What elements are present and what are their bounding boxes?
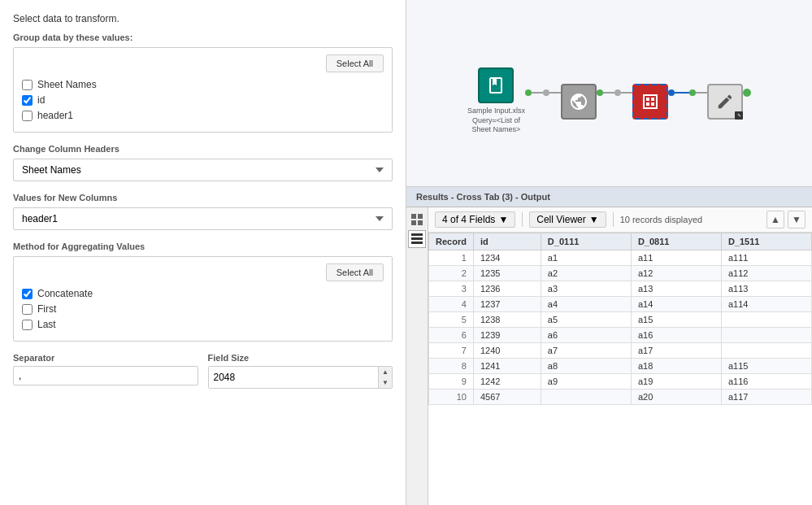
checkbox-id: id bbox=[22, 94, 384, 106]
svg-rect-0 bbox=[411, 214, 416, 219]
table-row: 3 1236 a3 a13 a113 bbox=[429, 281, 812, 297]
method-box: Select All Concatenate First Last bbox=[13, 256, 393, 342]
table-row: 10 4567 a20 a117 bbox=[429, 390, 812, 405]
scroll-up-button[interactable]: ▲ bbox=[766, 211, 784, 229]
cell-d1511: a113 bbox=[721, 281, 811, 297]
connector-1 bbox=[525, 89, 561, 114]
field-size-input[interactable] bbox=[209, 367, 379, 388]
table-row: 5 1238 a5 a15 bbox=[429, 312, 812, 328]
cell-d1511: a116 bbox=[721, 374, 811, 390]
results-table: Record id D_0111 D_0811 D_1511 1 1234 a1… bbox=[428, 233, 812, 405]
checkbox-first: First bbox=[22, 303, 384, 315]
cell-record: 6 bbox=[429, 328, 474, 343]
values-dropdown[interactable]: header1 id Sheet Names bbox=[13, 207, 393, 230]
field-size-field: Field Size ▲ ▼ bbox=[208, 353, 393, 389]
cell-record: 8 bbox=[429, 359, 474, 374]
cell-d0111: a2 bbox=[541, 266, 631, 281]
svg-rect-1 bbox=[418, 214, 423, 219]
checkbox-id-input[interactable] bbox=[22, 95, 33, 106]
cell-d0811: a18 bbox=[631, 359, 721, 374]
results-header: Results - Cross Tab (3) - Output bbox=[406, 187, 812, 207]
fields-button-label: 4 of 4 Fields bbox=[442, 214, 495, 225]
checkbox-last-input[interactable] bbox=[22, 320, 33, 330]
toolbar-separator-1 bbox=[522, 212, 523, 227]
cell-record: 3 bbox=[429, 281, 474, 297]
separator-label: Separator bbox=[13, 353, 198, 363]
cell-record: 7 bbox=[429, 343, 474, 359]
canvas-area: Sample Input.xlsxQuery=<List ofSheet Nam… bbox=[406, 0, 812, 187]
cell-d0111: a4 bbox=[541, 297, 631, 312]
checkbox-concatenate: Concatenate bbox=[22, 288, 384, 299]
checkbox-concatenate-input[interactable] bbox=[22, 289, 33, 299]
cell-d0111 bbox=[541, 390, 631, 405]
results-panel: Results - Cross Tab (3) - Output bbox=[406, 187, 812, 505]
cell-d1511 bbox=[721, 328, 811, 343]
spinner-buttons: ▲ ▼ bbox=[378, 367, 392, 388]
cell-viewer-label: Cell Viewer bbox=[536, 214, 585, 225]
cell-viewer-button[interactable]: Cell Viewer ▼ bbox=[529, 211, 606, 228]
cell-id: 1236 bbox=[473, 281, 541, 297]
results-table-wrapper: Record id D_0111 D_0811 D_1511 1 1234 a1… bbox=[428, 233, 812, 505]
select-all-button-1[interactable]: Select All bbox=[326, 54, 384, 72]
svg-rect-2 bbox=[411, 220, 416, 225]
col-header-id: id bbox=[473, 233, 541, 250]
cell-d0811: a15 bbox=[631, 312, 721, 328]
checkbox-sheet-names: Sheet Names bbox=[22, 79, 384, 90]
column-headers-dropdown[interactable]: Sheet Names header1 id bbox=[13, 159, 393, 181]
cell-id: 4567 bbox=[473, 390, 541, 405]
checkbox-first-input[interactable] bbox=[22, 304, 33, 315]
fields-dropdown-icon: ▼ bbox=[498, 214, 508, 225]
values-for-new-columns-label: Values for New Columns bbox=[13, 193, 393, 202]
node-label-1: Sample Input.xlsxQuery=<List ofSheet Nam… bbox=[467, 107, 525, 135]
checkbox-header1: header1 bbox=[22, 110, 384, 121]
cell-d1511: a115 bbox=[721, 359, 811, 374]
cell-d1511 bbox=[721, 312, 811, 328]
cell-d0811: a13 bbox=[631, 281, 721, 297]
cell-d0111: a6 bbox=[541, 328, 631, 343]
workflow-node-3[interactable] bbox=[632, 84, 668, 120]
spinner-down-button[interactable]: ▼ bbox=[379, 377, 392, 388]
cell-d0811: a16 bbox=[631, 328, 721, 343]
group-data-box: Select All Sheet Names id header1 bbox=[13, 47, 393, 133]
cell-record: 4 bbox=[429, 297, 474, 312]
cell-d0811: a14 bbox=[631, 297, 721, 312]
table-row: 8 1241 a8 a18 a115 bbox=[429, 359, 812, 374]
results-toolbar: 4 of 4 Fields ▼ Cell Viewer ▼ 10 records… bbox=[428, 207, 812, 233]
cell-d0811: a12 bbox=[631, 266, 721, 281]
workflow-node-2[interactable] bbox=[561, 84, 597, 120]
connector-2 bbox=[597, 89, 632, 114]
values-dropdown-wrapper: header1 id Sheet Names bbox=[13, 207, 393, 230]
spinner-up-button[interactable]: ▲ bbox=[379, 367, 392, 377]
cell-d0811: a20 bbox=[631, 390, 721, 405]
checkbox-sheet-names-input[interactable] bbox=[22, 80, 33, 90]
workflow: Sample Input.xlsxQuery=<List ofSheet Nam… bbox=[467, 51, 751, 135]
cell-d0811: a17 bbox=[631, 343, 721, 359]
connector-4 bbox=[743, 89, 751, 115]
table-row: 2 1235 a2 a12 a112 bbox=[429, 266, 812, 281]
cell-id: 1235 bbox=[473, 266, 541, 281]
cell-d0111: a1 bbox=[541, 250, 631, 266]
cell-record: 5 bbox=[429, 312, 474, 328]
checkbox-sheet-names-label: Sheet Names bbox=[37, 79, 97, 90]
field-size-label: Field Size bbox=[208, 353, 393, 363]
scroll-down-button[interactable]: ▼ bbox=[788, 211, 805, 229]
checkbox-last-label: Last bbox=[37, 319, 56, 330]
cell-id: 1240 bbox=[473, 343, 541, 359]
workflow-node-1[interactable]: Sample Input.xlsxQuery=<List ofSheet Nam… bbox=[467, 67, 525, 135]
table-row: 9 1242 a9 a19 a116 bbox=[429, 374, 812, 390]
table-icon-button[interactable] bbox=[408, 230, 426, 248]
select-all-button-2[interactable]: Select All bbox=[326, 263, 384, 281]
cell-d0111: a9 bbox=[541, 374, 631, 390]
checkbox-header1-input[interactable] bbox=[22, 111, 33, 121]
cell-d0111: a7 bbox=[541, 343, 631, 359]
cell-record: 1 bbox=[429, 250, 474, 266]
checkbox-id-label: id bbox=[37, 94, 45, 106]
grid-icon-button[interactable] bbox=[408, 211, 426, 229]
cell-record: 2 bbox=[429, 266, 474, 281]
fields-button[interactable]: 4 of 4 Fields ▼ bbox=[435, 211, 515, 228]
separator-input[interactable] bbox=[13, 366, 198, 385]
svg-rect-4 bbox=[411, 233, 423, 236]
col-header-d0811: D_0811 bbox=[631, 233, 721, 250]
workflow-node-4[interactable]: ✎ bbox=[707, 84, 743, 120]
separator-field: Separator bbox=[13, 353, 198, 389]
